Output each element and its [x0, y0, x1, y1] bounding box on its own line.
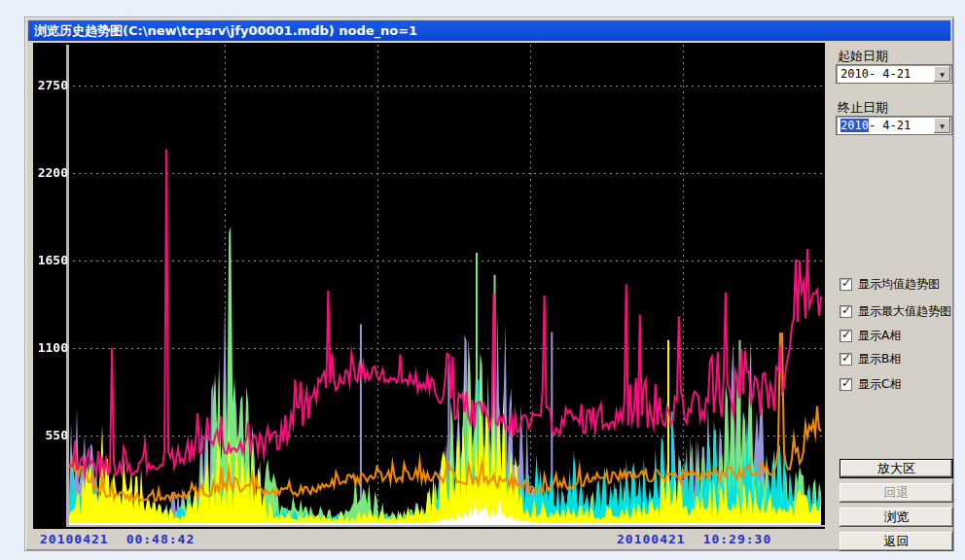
checkbox-show-mean-trend[interactable]: ✓ 显示均值趋势图: [840, 276, 940, 292]
selected-text: 2010: [840, 119, 869, 132]
y-tick-2200: 2200: [35, 165, 68, 180]
chart-area: 2750 2200 1650 1100 550: [33, 43, 825, 529]
y-tick-550: 550: [35, 428, 68, 442]
check-icon: ✓: [841, 376, 851, 390]
trend-canvas[interactable]: [33, 43, 825, 529]
y-tick-2750: 2750: [35, 78, 68, 92]
checkbox-label: 显示A相: [858, 328, 901, 344]
checkbox-label: 显示B相: [858, 351, 901, 368]
checkbox-icon[interactable]: ✓: [840, 278, 852, 291]
browse-button[interactable]: 浏览: [840, 508, 953, 527]
checkbox-label: 显示均值趋势图: [858, 276, 940, 293]
dropdown-arrow-icon[interactable]: ▼: [934, 66, 950, 82]
start-date-value: 2010- 4-21: [837, 67, 934, 81]
y-tick-1100: 1100: [35, 340, 68, 355]
checkbox-show-phase-b[interactable]: ✓ 显示B相: [840, 351, 901, 367]
checkbox-show-phase-a[interactable]: ✓ 显示A相: [840, 328, 901, 343]
checkbox-icon[interactable]: ✓: [840, 378, 852, 391]
end-date-label: 终止日期: [838, 99, 888, 117]
zoom-region-button[interactable]: 放大区: [840, 459, 953, 478]
checkbox-icon[interactable]: ✓: [840, 353, 852, 366]
check-icon: ✓: [841, 303, 851, 317]
y-tick-1650: 1650: [35, 253, 68, 267]
checkbox-label: 显示C相: [858, 376, 901, 393]
trend-window: 浏览历史趋势图(C:\new\tcpsrv\jfy00001.mdb) node…: [24, 17, 954, 551]
x-axis-end-label: 2010042110:29:30: [617, 532, 771, 546]
checkbox-icon[interactable]: ✓: [840, 305, 852, 318]
check-icon: ✓: [841, 328, 851, 341]
checkbox-show-phase-c[interactable]: ✓ 显示C相: [840, 376, 901, 392]
start-date-label: 起始日期: [838, 48, 888, 65]
checkbox-show-max-trend[interactable]: ✓ 显示最大值趋势图: [840, 303, 951, 319]
undo-zoom-button: 回退: [840, 483, 953, 503]
window-title: 浏览历史趋势图(C:\new\tcpsrv\jfy00001.mdb) node…: [28, 22, 417, 40]
check-icon: ✓: [841, 276, 851, 290]
checkbox-icon[interactable]: ✓: [840, 330, 852, 342]
end-date-combobox[interactable]: 2010- 4-21 ▼: [836, 116, 952, 135]
start-date-combobox[interactable]: 2010- 4-21 ▼: [836, 64, 952, 84]
x-axis-start-label: 2010042100:48:42: [40, 532, 195, 546]
checkbox-label: 显示最大值趋势图: [858, 303, 951, 320]
end-date-value: 2010- 4-21: [837, 119, 934, 132]
check-icon: ✓: [841, 351, 851, 365]
return-button[interactable]: 返回: [840, 532, 953, 551]
title-bar[interactable]: 浏览历史趋势图(C:\new\tcpsrv\jfy00001.mdb) node…: [28, 20, 950, 41]
dropdown-arrow-icon[interactable]: ▼: [934, 118, 950, 133]
